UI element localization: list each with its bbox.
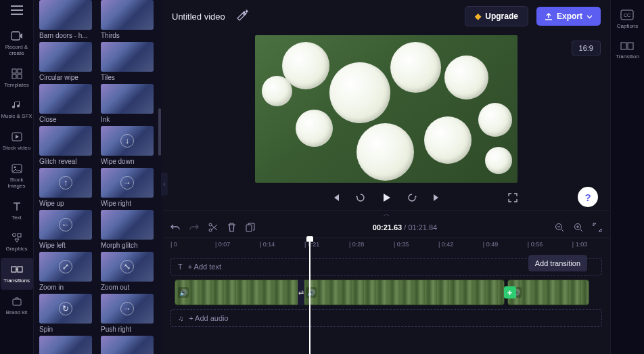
transition-label: Wipe right [101,200,157,207]
time-display: 00:21.63 / 01:21.84 [264,223,545,231]
transition-thumb[interactable]: ⤡Zoom out [101,252,157,291]
menu-icon[interactable] [11,5,23,15]
ruler-tick: | 0:21 [304,241,319,248]
transition-thumb[interactable]: →Push right [101,294,157,333]
captions-button[interactable]: CC Captions [617,9,639,29]
templates-icon [11,68,23,80]
aspect-ratio-button[interactable]: 16:9 [572,41,601,56]
transition-label: Wipe up [39,200,95,207]
transition-handle[interactable]: ⇄ [298,280,304,305]
panel-scrollbar[interactable] [158,108,161,156]
fit-button[interactable] [593,223,602,232]
skip-forward-button[interactable] [432,193,442,202]
captions-icon: CC [620,9,634,20]
nav-transitions[interactable]: Transitions [1,258,33,290]
diamond-icon: ◆ [475,12,481,21]
ruler-tick: | 0 [170,241,177,248]
skip-back-button[interactable] [331,193,340,202]
delete-button[interactable] [227,223,236,232]
transition-label: Tiles [101,74,157,81]
nav-stock-video[interactable]: Stock video [1,125,33,157]
arrow-icon: → [120,176,134,190]
svg-rect-9 [18,234,21,237]
svg-rect-0 [12,32,20,40]
export-button[interactable]: Export [536,7,601,26]
magic-sparkle-button[interactable]: ✦ [233,8,250,24]
transition-thumb[interactable]: ↻Spin [39,294,95,333]
transition-props-button[interactable]: Transition [616,41,639,60]
music-note-icon: ♫ [178,314,183,322]
transition-label: Close [39,116,95,123]
transition-label: Zoom out [101,284,157,291]
video-clip[interactable]: 🔊 [507,280,589,305]
transition-thumb[interactable]: Circular wipe [39,42,95,81]
rewind-button[interactable] [355,192,366,203]
svg-text:CC: CC [624,13,630,18]
arrow-icon: ⤢ [59,260,72,273]
video-preview[interactable] [255,35,518,183]
transition-thumb[interactable]: Ink [101,84,157,123]
forward-button[interactable] [407,192,417,203]
split-button[interactable] [208,223,218,232]
timeline-collapse-button[interactable]: ︿ [162,211,610,217]
transition-thumb[interactable]: ⤢Zoom in [39,252,95,291]
transition-thumb[interactable]: Morph glitch [101,210,157,249]
redo-button[interactable] [189,223,199,232]
transition-thumb[interactable] [39,336,95,354]
transition-thumb[interactable]: Tiles [101,42,157,81]
topbar: Untitled video ✦ ◆ Upgrade Export [162,0,610,32]
nav-stock-images[interactable]: Stock images [1,157,33,195]
audio-track[interactable]: ♫ + Add audio [170,309,602,327]
transition-thumb[interactable]: ←Wipe left [39,210,95,249]
project-title[interactable]: Untitled video [172,12,225,22]
arrow-icon: ↻ [59,302,72,315]
transition-thumb[interactable] [101,336,157,354]
transition-thumb[interactable]: Glitch reveal [39,126,95,165]
nav-templates[interactable]: Templates [1,62,33,94]
zoom-in-button[interactable] [574,223,583,232]
svg-rect-3 [12,74,16,79]
transition-thumb[interactable]: Thirds [101,0,157,39]
nav-record-create[interactable]: Record & create [1,24,33,62]
transition-label: Push right [101,326,157,333]
help-button[interactable]: ? [578,187,598,207]
duplicate-button[interactable] [246,223,255,232]
speaker-icon[interactable]: 🔊 [178,287,189,298]
transition-thumb[interactable]: Close [39,84,95,123]
timeline-ruler[interactable]: | 0| 0:07| 0:14| 0:21| 0:28| 0:35| 0:42|… [162,238,610,252]
upgrade-button[interactable]: ◆ Upgrade [465,6,528,26]
add-transition-button[interactable]: + [504,286,516,298]
transition-thumb[interactable]: Barn doors - h... [39,0,95,39]
nav-graphics[interactable]: Graphics [1,226,33,258]
svg-rect-20 [621,43,626,49]
ruler-tick: | 0:42 [438,241,453,248]
transition-thumb[interactable]: ↑Wipe up [39,168,95,207]
ruler-tick: | 0:56 [528,241,543,248]
svg-rect-10 [12,267,16,272]
ruler-tick: | 0:49 [483,241,498,248]
transition-thumb[interactable]: ↓Wipe down [101,126,157,165]
zoom-out-button[interactable] [555,223,564,232]
nav-music-sfx[interactable]: Music & SFX [1,93,33,125]
video-track[interactable]: Add transition 🔊🔊🔊⇄+ [170,280,602,305]
arrow-icon: ⤡ [120,260,134,273]
svg-rect-12 [13,299,21,305]
transitions-panel: Barn doors - h...ThirdsCircular wipeTile… [34,0,162,354]
arrow-icon: → [120,302,134,315]
nav-text[interactable]: Text [1,195,33,227]
ruler-tick: | 0:14 [260,241,275,248]
svg-rect-4 [18,74,22,79]
ruler-tick: | 1:03 [572,241,587,248]
nav-brand-kit[interactable]: Brand kit [1,290,33,322]
speaker-icon[interactable]: 🔊 [306,287,317,298]
left-nav-sidebar: Record & create Templates Music & SFX St… [0,0,34,354]
panel-collapse-button[interactable]: ‹ [161,173,168,196]
video-clip[interactable]: 🔊 [175,280,300,305]
undo-button[interactable] [170,223,180,232]
play-button[interactable] [381,192,392,203]
transition-thumb[interactable]: →Wipe right [101,168,157,207]
playhead[interactable] [309,238,310,354]
fullscreen-button[interactable] [508,193,518,202]
upload-icon [545,12,553,20]
video-clip[interactable]: 🔊 [302,280,505,305]
